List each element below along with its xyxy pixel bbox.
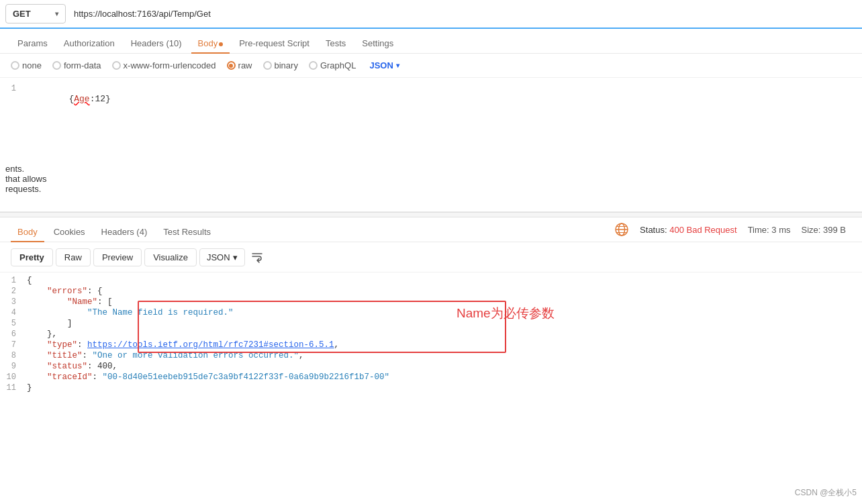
resp-linenum-1: 1 xyxy=(0,276,27,285)
response-format-row: Pretty Raw Preview Visualize JSON ▾ xyxy=(0,242,862,272)
resp-linenum-2: 2 xyxy=(0,287,27,296)
globe-icon xyxy=(614,222,629,237)
radio-form-data-circle xyxy=(52,61,61,70)
status-value: 400 Bad Request xyxy=(669,225,736,235)
tab-authorization[interactable]: Authorization xyxy=(57,34,122,54)
resp-content-7: "type": https://tools.ietf.org/html/rfc7… xyxy=(27,340,862,350)
size-label: Size: 399 B xyxy=(801,225,846,235)
resp-content-6: }, xyxy=(27,330,862,339)
resp-line-3: 3 "Name": [ xyxy=(0,297,862,307)
radio-none-circle xyxy=(11,61,19,70)
resp-line-2: 2 "errors": { xyxy=(0,286,862,297)
radio-graphql-circle xyxy=(309,61,318,70)
response-body: 1 { 2 "errors": { 3 "Name": [ 4 xyxy=(0,272,862,396)
radio-graphql[interactable]: GraphQL xyxy=(309,60,356,70)
resp-line-11: 11 } xyxy=(0,383,862,393)
resp-content-11: } xyxy=(27,383,862,393)
resp-line-10: 10 "traceId": "00-8d40e51eebeb915de7c3a9… xyxy=(0,372,862,383)
response-tab-cookies[interactable]: Cookies xyxy=(47,223,92,242)
radio-binary[interactable]: binary xyxy=(263,60,298,70)
resp-linenum-3: 3 xyxy=(0,297,27,307)
resp-line-4: 4 "The Name field is required." xyxy=(0,307,862,318)
sidebar-overlay-text: ents. that allows requests. xyxy=(0,161,64,197)
tab-params[interactable]: Params xyxy=(11,34,54,54)
resp-line-6: 6 }, xyxy=(0,329,862,340)
resp-linenum-11: 11 xyxy=(0,383,27,393)
response-json-chevron-icon: ▾ xyxy=(233,252,238,262)
radio-form-data[interactable]: form-data xyxy=(52,60,101,70)
body-type-row: none form-data x-www-form-urlencoded raw… xyxy=(0,54,862,78)
response-tab-headers[interactable]: Headers (4) xyxy=(95,223,154,242)
request-body-editor[interactable]: 1 {Age:12} xyxy=(0,78,862,212)
visualize-btn[interactable]: Visualize xyxy=(144,248,197,266)
time-label: Time: 3 ms xyxy=(748,225,791,235)
response-status-bar: Status: 400 Bad Request Time: 3 ms Size:… xyxy=(604,219,857,240)
radio-none[interactable]: none xyxy=(11,60,42,70)
method-label: GET xyxy=(13,9,31,19)
resp-content-10: "traceId": "00-8d40e51eebeb915de7c3a9bf4… xyxy=(27,372,862,382)
section-divider xyxy=(0,212,862,217)
json-chevron-icon: ▾ xyxy=(396,62,399,69)
resp-linenum-8: 8 xyxy=(0,351,27,360)
url-input[interactable] xyxy=(71,6,857,21)
response-json-selector[interactable]: JSON ▾ xyxy=(199,248,245,266)
resp-content-8: "title": "One or more validation errors … xyxy=(27,351,862,360)
line-number-1: 1 xyxy=(0,84,27,93)
body-dot xyxy=(219,42,223,46)
code-line-1: 1 {Age:12} xyxy=(0,83,862,115)
resp-line-9: 9 "status": 400, xyxy=(0,361,862,372)
request-tabs: Params Authorization Headers (10) Body P… xyxy=(0,29,862,54)
url-bar: GET ▾ xyxy=(0,0,862,29)
resp-linenum-4: 4 xyxy=(0,308,27,317)
pretty-btn[interactable]: Pretty xyxy=(11,248,53,266)
preview-btn[interactable]: Preview xyxy=(93,248,142,266)
resp-linenum-5: 5 xyxy=(0,319,27,328)
resp-line-8: 8 "title": "One or more validation error… xyxy=(0,350,862,361)
tab-headers[interactable]: Headers (10) xyxy=(124,34,189,54)
resp-line-7: 7 "type": https://tools.ietf.org/html/rf… xyxy=(0,340,862,350)
raw-btn[interactable]: Raw xyxy=(56,248,91,266)
radio-raw-circle xyxy=(227,61,236,70)
radio-binary-circle xyxy=(263,61,272,70)
resp-content-1: { xyxy=(27,276,862,285)
line-content-1: {Age:12} xyxy=(27,84,862,114)
tab-settings[interactable]: Settings xyxy=(355,34,400,54)
wrap-icon[interactable] xyxy=(248,248,267,266)
radio-urlencoded[interactable]: x-www-form-urlencoded xyxy=(112,60,216,70)
resp-linenum-10: 10 xyxy=(0,372,27,382)
response-tab-test-results[interactable]: Test Results xyxy=(156,223,218,242)
tab-body[interactable]: Body xyxy=(191,34,230,54)
resp-line-1: 1 { xyxy=(0,275,862,286)
resp-content-5: ] xyxy=(27,319,862,328)
method-select[interactable]: GET ▾ xyxy=(5,4,66,23)
resp-line-5: 5 ] xyxy=(0,318,862,329)
resp-content-3: "Name": [ xyxy=(27,297,862,307)
tab-tests[interactable]: Tests xyxy=(319,34,352,54)
radio-urlencoded-circle xyxy=(112,61,121,70)
resp-linenum-7: 7 xyxy=(0,340,27,350)
json-format-selector[interactable]: JSON ▾ xyxy=(369,60,399,70)
method-chevron-icon: ▾ xyxy=(55,10,58,17)
resp-content-4: "The Name field is required." xyxy=(27,308,862,317)
response-body-wrapper: 1 { 2 "errors": { 3 "Name": [ 4 xyxy=(0,272,862,396)
response-section: Body Cookies Headers (4) Test Results xyxy=(0,217,862,396)
response-tab-body[interactable]: Body xyxy=(11,223,44,242)
tab-pre-request[interactable]: Pre-request Script xyxy=(232,34,316,54)
resp-content-2: "errors": { xyxy=(27,287,862,296)
status-label: Status: 400 Bad Request xyxy=(640,225,737,235)
resp-content-9: "status": 400, xyxy=(27,362,862,371)
resp-linenum-9: 9 xyxy=(0,362,27,371)
radio-raw[interactable]: raw xyxy=(227,60,252,70)
resp-linenum-6: 6 xyxy=(0,330,27,339)
response-tabs: Body Cookies Headers (4) Test Results xyxy=(5,217,223,242)
